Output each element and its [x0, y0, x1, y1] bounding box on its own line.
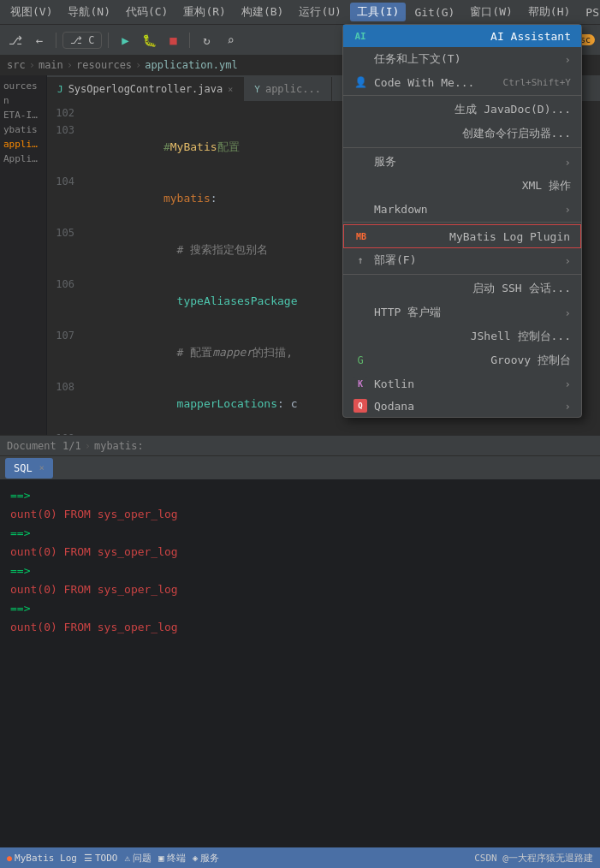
- mybatis-log-label: MyBatis Log Plugin: [449, 230, 570, 243]
- menu-sep-1: [343, 95, 581, 96]
- tree-item-4[interactable]: applicatio: [0, 137, 46, 152]
- groovy-icon: G: [353, 354, 367, 367]
- console-output[interactable]: ==> ount(0) FROM sys_oper_log ==> ount(0…: [0, 479, 600, 644]
- bc-resources[interactable]: resources: [76, 59, 132, 71]
- menu-tasks[interactable]: 任务和上下文(T) ›: [343, 47, 581, 71]
- javadoc-icon: [353, 103, 367, 116]
- tree-item-3[interactable]: ybatis: [0, 122, 46, 137]
- menu-mybatis-log[interactable]: MB MyBatis Log Plugin: [343, 224, 581, 248]
- menu-refactor[interactable]: 重构(R): [176, 3, 232, 21]
- menu-qodana[interactable]: Q Qodana ›: [343, 395, 581, 417]
- console-line-4: ==>: [10, 562, 590, 580]
- toolbar-sep-3: [189, 33, 190, 48]
- menu-kotlin[interactable]: K Kotlin ›: [343, 372, 581, 395]
- javadoc-label: 生成 JavaDoc(D)...: [454, 102, 571, 117]
- status-terminal[interactable]: ▣ 终端: [158, 852, 186, 865]
- kotlin-icon: K: [353, 377, 367, 390]
- menu-code-with-me[interactable]: 👤 Code With Me... Ctrl+Shift+Y: [343, 71, 581, 93]
- menu-http[interactable]: HTTP 客户端 ›: [343, 300, 581, 324]
- menu-help[interactable]: 帮助(H): [521, 3, 577, 21]
- sql-tab-close[interactable]: ×: [39, 463, 45, 473]
- line-num-108: 108: [47, 378, 83, 395]
- toolbar-git2-btn[interactable]: ↻: [196, 30, 217, 51]
- status-services[interactable]: ◈ 服务: [193, 852, 220, 865]
- tree-item-0[interactable]: ources: [0, 79, 46, 93]
- line-num-105: 105: [47, 224, 83, 241]
- menu-javadoc[interactable]: 生成 JavaDoc(D)...: [343, 98, 581, 122]
- bc-sep2: ›: [67, 59, 73, 71]
- markdown-arrow: ›: [564, 203, 571, 216]
- toolbar-branch[interactable]: ⎇ C: [62, 32, 102, 49]
- menu-cmdline[interactable]: 创建命令行启动器...: [343, 122, 581, 146]
- tree-item-5[interactable]: Applicatio: [0, 152, 46, 166]
- toolbar-search-btn[interactable]: ⌕: [220, 30, 241, 51]
- menu-run[interactable]: 运行(U): [292, 3, 348, 21]
- menu-nav[interactable]: 导航(N): [61, 3, 116, 21]
- status-issues[interactable]: ⚠ 问题: [124, 852, 151, 865]
- status-mybatis[interactable]: ● MyBatis Log: [7, 853, 77, 864]
- menu-code[interactable]: 代码(C): [119, 3, 175, 21]
- menu-git[interactable]: Git(G): [407, 4, 461, 21]
- services-label: 服务: [374, 154, 396, 169]
- deploy-arrow: ›: [564, 254, 571, 267]
- mybatis-icon: MB: [354, 229, 368, 243]
- menu-ai-assistant[interactable]: AI AI Assistant: [343, 25, 581, 47]
- status-todo[interactable]: ☰ TODO: [84, 853, 118, 864]
- bc-sep1: ›: [29, 59, 35, 71]
- menu-markdown[interactable]: Markdown ›: [343, 198, 581, 220]
- console-tab-sql[interactable]: SQL ×: [5, 458, 53, 479]
- line-content-104: mybatis:: [83, 173, 217, 224]
- http-arrow: ›: [564, 306, 571, 319]
- bc-main[interactable]: main: [39, 59, 63, 71]
- footer-path: mybatis:: [94, 440, 144, 452]
- tree-item-2[interactable]: ETA-INF: [0, 108, 46, 122]
- bc-file[interactable]: application.yml: [145, 59, 237, 71]
- services-status-icon: ◈: [193, 853, 199, 864]
- toolbar-debug-btn[interactable]: 🐛: [139, 30, 159, 51]
- menu-ssh[interactable]: 启动 SSH 会话...: [343, 276, 581, 300]
- tab-applic[interactable]: Y applic...: [244, 77, 332, 101]
- bc-src[interactable]: src: [7, 59, 26, 71]
- terminal-icon: ▣: [158, 853, 164, 864]
- console-area: SQL × ==> ount(0) FROM sys_oper_log ==> …: [0, 455, 600, 644]
- file-tree: ources n ETA-INF ybatis applicatio Appli…: [0, 75, 47, 435]
- console-line-7: ount(0) FROM sys_oper_log: [10, 618, 590, 637]
- toolbar-back-btn[interactable]: ←: [29, 30, 50, 51]
- issues-label: 问题: [133, 852, 151, 865]
- toolbar-git-btn[interactable]: ⎇: [5, 30, 26, 51]
- menu-services[interactable]: 服务 ›: [343, 150, 581, 174]
- menu-window[interactable]: 窗口(W): [463, 3, 519, 21]
- line-num-102: 102: [47, 104, 83, 122]
- toolbar-run-btn[interactable]: ▶: [115, 30, 135, 51]
- issues-icon: ⚠: [124, 853, 130, 864]
- services-arrow: ›: [564, 156, 571, 169]
- terminal-label: 终端: [167, 852, 186, 865]
- jshell-label: JShell 控制台...: [471, 329, 571, 344]
- xml-label: XML 操作: [522, 178, 571, 193]
- line-num-106: 106: [47, 276, 83, 293]
- menu-groovy[interactable]: G Groovy 控制台: [343, 348, 581, 372]
- code-line-109: 109 # 加载全局的配置文件: [47, 430, 600, 435]
- menu-build[interactable]: 构建(B): [235, 3, 290, 21]
- line-num-104: 104: [47, 173, 83, 190]
- tab-sysoperlog-close[interactable]: ×: [228, 85, 233, 94]
- dropdown-menu[interactable]: AI AI Assistant 任务和上下文(T) › 👤 Code With …: [342, 24, 582, 418]
- menu-view[interactable]: 视图(V): [3, 3, 59, 21]
- console-line-5: ount(0) FROM sys_oper_log: [10, 580, 590, 599]
- tasks-arrow: ›: [564, 53, 571, 66]
- line-num-103: 103: [47, 122, 83, 139]
- toolbar-stop-btn[interactable]: ■: [163, 30, 183, 51]
- mybatis-status-label: MyBatis Log: [15, 853, 77, 864]
- menu-tools[interactable]: 工具(I): [350, 3, 406, 21]
- line-content-103: #MyBatis配置: [83, 122, 240, 173]
- menu-xml[interactable]: XML 操作: [343, 174, 581, 198]
- menu-ps[interactable]: PS: [579, 4, 600, 21]
- menu-deploy[interactable]: ↑ 部署(F) ›: [343, 248, 581, 272]
- tab-sysoperlog[interactable]: J SysOperlogController.java ×: [47, 77, 244, 101]
- tree-item-1[interactable]: n: [0, 93, 46, 108]
- menu-jshell[interactable]: JShell 控制台...: [343, 324, 581, 348]
- console-tabs: SQL ×: [0, 455, 600, 479]
- bc-sep3: ›: [135, 59, 141, 71]
- line-content-109: # 加载全局的配置文件: [83, 430, 290, 435]
- menu-sep-4: [343, 274, 581, 275]
